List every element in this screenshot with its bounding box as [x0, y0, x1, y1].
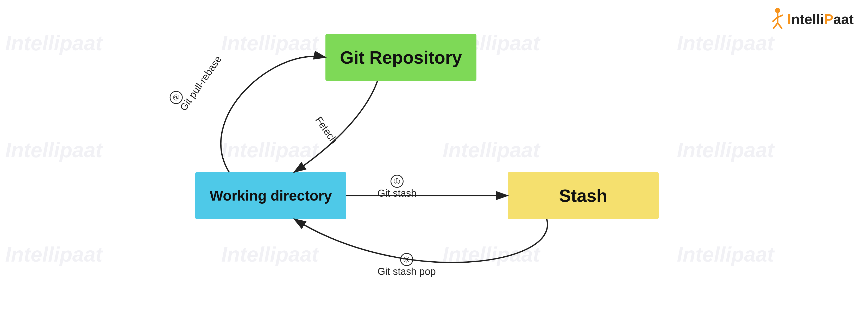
git-pull-rebase-label: ② Git pull-rebase	[167, 46, 224, 113]
watermark-9: Intellipaat	[5, 243, 102, 267]
fetch-label: Fetech	[313, 114, 340, 146]
git-stash-pop-label: ③ Git stash pop	[377, 253, 436, 277]
circle-num-3: ③	[400, 253, 413, 266]
stash-box: Stash	[508, 172, 659, 219]
circle-num-1: ①	[391, 175, 404, 188]
working-directory-label: Working directory	[210, 187, 332, 204]
intellipaat-logo: IntelliPaat	[769, 7, 854, 31]
svg-line-4	[773, 23, 778, 29]
git-stash-label: ① Git stash	[377, 175, 416, 199]
git-repository-box: Git Repository	[326, 34, 476, 81]
watermark-1: Intellipaat	[5, 31, 102, 55]
svg-line-5	[778, 23, 782, 29]
git-repository-label: Git Repository	[340, 47, 462, 67]
working-directory-box: Working directory	[195, 172, 346, 219]
stash-label: Stash	[559, 185, 607, 206]
diagram-container: Git Repository Working directory Stash ②…	[91, 26, 742, 300]
svg-point-0	[775, 8, 780, 13]
watermark-5: Intellipaat	[5, 138, 102, 162]
